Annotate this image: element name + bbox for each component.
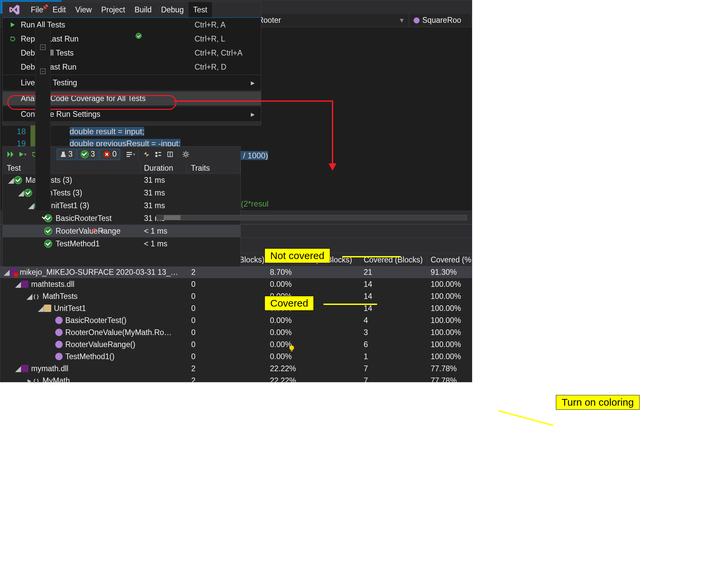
test-duration: < 1 ms [140,239,187,248]
coverage-row[interactable]: ▸{ }MyMath222.22%777.78% [0,375,472,387]
callout-coloring: Turn on coloring [556,395,640,410]
svg-rect-8 [158,152,161,153]
repeat-icon [6,35,19,42]
expander-icon[interactable]: ◢ [8,176,14,185]
not-covered-blocks: 0 [188,292,267,301]
expander-icon[interactable]: ◢ [26,292,32,301]
playlist-button[interactable]: ▾ [125,149,136,160]
covered-blocks: 14 [360,292,427,301]
svg-rect-9 [158,155,161,156]
coverage-row[interactable]: RooterValueRange()00.00%6100.00% [0,338,472,350]
run-all-button[interactable] [5,149,16,160]
menu-view[interactable]: View [71,2,96,17]
column-covered-blocks[interactable]: Covered (Blocks) [360,253,427,266]
covered-blocks: 6 [360,340,427,349]
pass-icon [14,176,22,184]
coverage-row[interactable]: ◢mathtests.dll00.00%14100.00% [0,278,472,290]
test-row[interactable]: TestMethod1< 1 ms [3,237,240,250]
run-after-build-button[interactable] [140,149,152,160]
coverage-body: ◢mikejo_MIKEJO-SURFACE 2020-03-31 13_…28… [0,266,472,387]
annotation-arrow-v1 [332,100,333,164]
lightbulb-icon[interactable] [288,345,295,352]
covered-blocks: 14 [360,280,427,289]
ns-icon: { } [32,293,40,300]
coverage-row[interactable]: BasicRooterTest()00.00%4100.00% [0,314,472,326]
covered-pct: 100.00% [427,316,472,325]
coverage-row[interactable]: TestMethod1()00.00%1100.00% [0,350,472,363]
svg-point-12 [185,153,187,156]
meth-icon [55,329,63,336]
run-button[interactable]: ▾ [17,149,28,160]
test-duration: 31 ms [140,201,187,210]
pass-icon [81,150,89,158]
expander-icon[interactable]: ◢ [15,280,21,289]
not-covered-pct: 0.00% [267,352,360,361]
expander-icon[interactable]: ◢ [15,364,21,373]
not-covered-blocks: 2 [188,376,267,385]
menu-build[interactable]: Build [130,2,156,17]
coverage-row[interactable]: ◢UnitTest100.00%14100.00% [0,302,472,314]
test-row[interactable]: RooterValueRange< 1 ms [3,225,240,237]
fold-toggle[interactable]: − [40,69,46,74]
column-duration[interactable]: Duration [140,162,187,173]
coverage-row[interactable]: ◢mikejo_MIKEJO-SURFACE 2020-03-31 13_…28… [0,266,472,278]
test-duration: < 1 ms [140,227,187,236]
covered-blocks: 21 [360,268,427,277]
close-icon[interactable]: ✕ [100,228,105,235]
covered-pct: 100.00% [427,340,472,349]
settings-button[interactable] [180,149,192,160]
menu-test[interactable]: Test [189,2,212,17]
expander-icon[interactable]: ▸ [26,376,32,385]
svg-line-17 [184,152,185,153]
failed-tests-badge[interactable]: 0 [99,149,121,160]
svg-line-20 [187,152,188,153]
menu-edit[interactable]: Edit [48,2,71,17]
expander-icon[interactable]: ◢ [18,188,24,197]
pin-icon[interactable]: 📌 [89,228,96,235]
passed-tests-badge[interactable]: 3 [77,149,99,160]
meth-icon [55,317,63,324]
column-test[interactable]: Test [3,162,140,173]
svg-rect-3 [127,152,132,153]
test-duration: 31 ms [140,188,187,197]
column-traits[interactable]: Traits [187,162,240,173]
pass-icon [44,240,52,248]
expander-icon[interactable]: ◢ [28,201,34,210]
coverage-item-name: MyMath [43,376,70,385]
meth-icon [55,353,63,360]
menu-project[interactable]: Project [96,2,130,17]
coverage-item-name: BasicRooterTest() [65,316,127,325]
coverage-row[interactable]: ◢{ }MathTests00.00%14100.00% [0,290,472,302]
total-tests-badge[interactable]: 3 [57,149,76,160]
covered-blocks: 1 [360,352,427,361]
coverage-row[interactable]: RooterOneValue(MyMath.Ro…00.00%3100.00% [0,326,472,338]
coverage-row[interactable]: ◢mymath.dll222.22%777.78% [0,363,472,375]
svg-rect-6 [155,152,157,154]
test-name: BasicRooterTest [56,214,112,223]
expander-icon[interactable]: ◢ [38,304,44,313]
covered-pct: 100.00% [427,352,472,361]
coverage-item-name: MathTests [43,292,78,301]
group-by-button[interactable] [152,149,164,160]
horizontal-scrollbar[interactable] [156,215,467,220]
dll-icon [21,280,28,288]
not-covered-pct: 22.22% [267,376,360,385]
covered-pct: 100.00% [427,328,472,337]
fold-toggle[interactable]: − [40,45,46,50]
svg-line-19 [184,156,185,157]
coverage-item-name: mymath.dll [31,364,68,373]
menu-debug[interactable]: Debug [156,2,189,17]
nav-member[interactable]: SquareRoo [409,14,472,27]
coverage-item-name: mathtests.dll [31,280,74,289]
coverage-item-name: RooterValueRange() [65,340,135,349]
columns-button[interactable] [164,149,176,160]
expander-icon[interactable]: ◢ [4,268,10,277]
pin-icon[interactable]: 📌 [42,4,49,10]
column-covered-pct[interactable]: Covered (% [427,253,472,266]
not-covered-blocks: 0 [188,280,267,289]
not-covered-blocks: 0 [188,328,267,337]
covered-pct: 91.30% [427,268,472,277]
covered-blocks: 7 [360,376,427,385]
not-covered-blocks: 0 [188,340,267,349]
not-covered-pct: 0.00% [267,316,360,325]
